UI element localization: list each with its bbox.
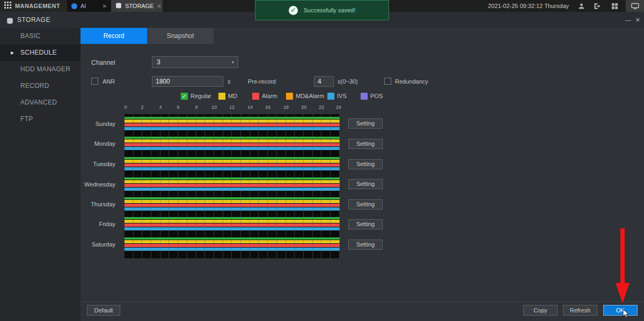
schedule-row-saturday[interactable] <box>125 237 340 251</box>
tab-ai-close-icon[interactable]: ✕ <box>103 3 107 9</box>
stripe-md <box>125 120 340 123</box>
stripe-regular <box>125 137 340 139</box>
sidebar-item-label: ADVANCED <box>20 99 57 106</box>
sidebar-item-ftp[interactable]: FTP <box>0 111 80 128</box>
hour-label: 20 <box>301 104 306 110</box>
stripe-regular <box>125 217 340 219</box>
stripe-md <box>125 180 340 183</box>
setting-button-sunday[interactable]: Setting <box>348 118 383 129</box>
legend-label: Regular <box>191 93 211 99</box>
footer-divider <box>80 301 644 302</box>
day-label-sunday: Sunday <box>80 121 115 127</box>
anr-checkbox[interactable] <box>91 78 98 85</box>
success-check-icon: ✓ <box>289 6 298 15</box>
stripe-alarm <box>125 184 340 187</box>
tab-record[interactable]: Record <box>80 28 147 44</box>
hour-label: 4 <box>159 104 162 110</box>
logout-icon[interactable] <box>590 0 604 12</box>
check-icon: ✓ <box>182 93 186 99</box>
chevron-down-icon: ▾ <box>231 57 234 68</box>
tab-storage-close-icon[interactable]: ✕ <box>157 3 162 9</box>
legend-regular[interactable]: ✓ Regular <box>181 92 211 100</box>
apps-grid-icon <box>4 1 11 11</box>
sidebar-item-label: HDD MANAGER <box>20 65 70 73</box>
legend-md[interactable]: MD <box>218 92 237 100</box>
setting-button-wednesday[interactable]: Setting <box>348 179 383 189</box>
ok-button[interactable]: OK <box>603 305 638 316</box>
tab-ai[interactable]: AI ✕ <box>67 0 111 12</box>
setting-button-friday[interactable]: Setting <box>348 219 383 229</box>
minimize-icon[interactable]: — <box>625 12 631 28</box>
schedule-row-monday[interactable] <box>125 137 340 151</box>
stripe-md <box>125 220 340 223</box>
schedule-grid[interactable] <box>125 114 340 258</box>
day-label-saturday: Saturday <box>80 241 115 248</box>
hour-label: 10 <box>211 104 217 110</box>
tab-snapshot[interactable]: Snapshot <box>147 28 214 44</box>
pre-record-input[interactable] <box>314 76 334 87</box>
hour-label: 16 <box>265 104 270 110</box>
legend-label: Alarm <box>262 93 277 99</box>
display-icon[interactable] <box>626 0 644 12</box>
legend-label: IVS <box>337 93 347 99</box>
schedule-row-thursday[interactable] <box>125 197 340 211</box>
md-swatch <box>218 93 225 100</box>
stripe-alarm <box>125 204 340 207</box>
layout-grid-icon[interactable] <box>608 0 621 12</box>
setting-button-saturday[interactable]: Setting <box>348 240 383 250</box>
day-label-friday: Friday <box>80 221 115 227</box>
tab-storage[interactable]: STORAGE ✕ <box>111 0 163 12</box>
legend-label: MD&Alarm <box>296 93 324 99</box>
management-menu[interactable]: MANAGEMENT <box>0 0 67 12</box>
sidebar-item-hdd-manager[interactable]: HDD MANAGER <box>0 61 80 78</box>
legend-alarm[interactable]: Alarm <box>252 92 277 100</box>
stripe-md <box>125 139 340 143</box>
stripe-regular <box>125 117 340 119</box>
refresh-button[interactable]: Refresh <box>563 305 597 316</box>
stripe-regular <box>125 157 340 159</box>
stripe-alarm <box>125 223 340 227</box>
stripe-md <box>125 160 340 163</box>
day-label-wednesday: Wednesday <box>80 181 115 188</box>
toast-success: ✓ Successfully saved! <box>255 0 389 20</box>
stripe-regular <box>125 197 340 199</box>
stripe-ivs <box>125 167 340 170</box>
anr-label: ANR <box>103 78 115 85</box>
default-button[interactable]: Default <box>87 305 120 316</box>
channel-dropdown[interactable]: 3 ▾ <box>152 56 238 68</box>
hour-label: 24 <box>336 104 341 110</box>
setting-button-tuesday[interactable]: Setting <box>348 159 383 169</box>
schedule-row-sunday[interactable] <box>125 117 340 131</box>
tab-ai-label: AI <box>80 3 86 9</box>
schedule-row-wednesday[interactable] <box>125 177 340 191</box>
stripe-md <box>125 200 340 203</box>
user-icon[interactable] <box>574 0 588 12</box>
stripe-alarm <box>125 163 340 167</box>
stripe-ivs <box>125 127 340 130</box>
storage-disk-icon <box>115 3 122 10</box>
setting-button-thursday[interactable]: Setting <box>348 199 383 210</box>
ai-icon <box>71 3 77 9</box>
sidebar-item-schedule[interactable]: ▶SCHEDULE <box>0 44 80 61</box>
storage-disk-icon <box>6 17 13 26</box>
pos-swatch <box>361 93 368 100</box>
sidebar-item-label: SCHEDULE <box>20 49 57 56</box>
schedule-row-tuesday[interactable] <box>125 157 340 171</box>
sidebar-item-label: RECORD <box>20 82 49 89</box>
hour-label: 14 <box>247 104 253 110</box>
schedule-row-friday[interactable] <box>125 217 340 231</box>
legend-ivs[interactable]: IVS <box>327 92 347 100</box>
annotation-arrow <box>611 225 634 305</box>
redundancy-checkbox[interactable] <box>384 78 391 85</box>
legend-md-alarm[interactable]: MD&Alarm <box>286 92 324 100</box>
sidebar-item-record[interactable]: RECORD <box>0 78 80 94</box>
close-icon[interactable]: ✕ <box>635 12 640 28</box>
day-label-thursday: Thursday <box>80 201 115 207</box>
sidebar-item-basic[interactable]: BASIC <box>0 28 80 44</box>
copy-button[interactable]: Copy <box>523 305 558 316</box>
tab-storage-label: STORAGE <box>125 3 154 9</box>
anr-input[interactable] <box>152 76 223 87</box>
setting-button-monday[interactable]: Setting <box>348 139 383 149</box>
sidebar-item-advanced[interactable]: ADVANCED <box>0 94 80 111</box>
legend-pos[interactable]: POS <box>361 92 383 100</box>
